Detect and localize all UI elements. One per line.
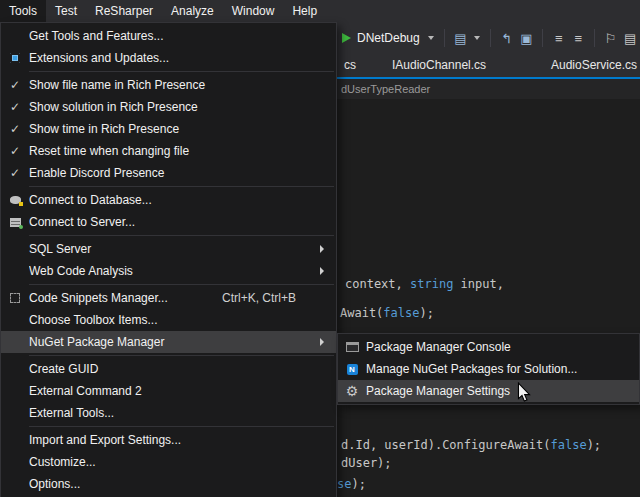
bookmark-icon[interactable]: ⚐: [603, 29, 619, 47]
menu-item-import-and-export-settings[interactable]: Import and Export Settings...: [1, 429, 336, 451]
menu-item-label: Options...: [29, 477, 330, 491]
menu-item-label: Reset time when changing file: [29, 144, 330, 158]
menu-item-manage-nuget-packages-for-solution[interactable]: Manage NuGet Packages for Solution...: [338, 358, 639, 380]
menubar-item-help[interactable]: Help: [283, 0, 326, 22]
checkmark-icon: ✓: [1, 78, 29, 92]
code-line: dUser);: [341, 456, 392, 470]
nuget-icon: [338, 364, 366, 375]
code-segment: input,: [453, 277, 504, 291]
menu-item-connect-to-database[interactable]: Connect to Database...: [1, 189, 336, 211]
menu-item-choose-toolbox-items[interactable]: Choose Toolbox Items...: [1, 309, 336, 331]
menu-item-package-manager-console[interactable]: Package Manager Console: [338, 336, 639, 358]
code-segment: );: [419, 306, 433, 320]
toolbar-separator: [594, 29, 595, 47]
list-icon[interactable]: ▤: [622, 29, 638, 47]
tab-audioservice-cs[interactable]: AudioService.cs: [548, 54, 640, 77]
menubar-item-window[interactable]: Window: [223, 0, 284, 22]
gear-icon: [346, 384, 359, 398]
menu-item-options[interactable]: Options...: [1, 473, 336, 495]
menu-item-label: Enable Discord Presence: [29, 166, 330, 180]
menu-item-label: Get Tools and Features...: [29, 29, 330, 43]
menu-item-show-file-name-in-rich-presence[interactable]: ✓Show file name in Rich Presence: [1, 74, 336, 96]
code-segment: );: [587, 438, 601, 452]
menu-item-get-tools-and-features[interactable]: Get Tools and Features...: [1, 25, 336, 47]
chevron-down-icon[interactable]: [428, 36, 434, 40]
menubar-item-test[interactable]: Test: [46, 0, 86, 22]
menubar: ToolsTestReSharperAnalyzeWindowHelp: [0, 0, 640, 22]
menu-item-web-code-analysis[interactable]: Web Code Analysis: [1, 260, 336, 282]
menu-item-nuget-package-manager[interactable]: NuGet Package Manager: [1, 331, 336, 353]
menu-separator: [29, 186, 334, 187]
indent-icon[interactable]: ≡: [551, 29, 567, 47]
checkmark-icon: ✓: [10, 78, 20, 92]
code-segment: false: [551, 438, 587, 452]
gear-icon: [338, 384, 366, 398]
menu-item-show-time-in-rich-presence[interactable]: ✓Show time in Rich Presence: [1, 118, 336, 140]
menu-item-sql-server[interactable]: SQL Server: [1, 238, 336, 260]
menu-item-label: Code Snippets Manager...: [29, 291, 222, 305]
code-line: Await(false);: [340, 306, 434, 320]
menu-item-label: Extensions and Updates...: [29, 51, 330, 65]
menu-item-label: Package Manager Console: [366, 340, 633, 354]
menu-item-create-guid[interactable]: Create GUID: [1, 358, 336, 380]
server-icon: [1, 218, 29, 227]
menu-item-label: Show time in Rich Presence: [29, 122, 330, 136]
checkmark-icon: ✓: [1, 166, 29, 180]
attach-icon[interactable]: ▤: [453, 29, 469, 47]
menu-item-label: Connect to Server...: [29, 215, 330, 229]
menu-item-reset-time-when-changing-file[interactable]: ✓Reset time when changing file: [1, 140, 336, 162]
chevron-down-icon[interactable]: [474, 36, 480, 40]
menu-item-label: Import and Export Settings...: [29, 433, 330, 447]
checkmark-icon: ✓: [1, 144, 29, 158]
debug-target-label[interactable]: DNetDebug: [357, 31, 420, 45]
menu-item-connect-to-server[interactable]: Connect to Server...: [1, 211, 336, 233]
checkmark-icon: ✓: [10, 166, 20, 180]
menu-item-external-tools[interactable]: External Tools...: [1, 402, 336, 424]
snippets-icon: [10, 293, 20, 303]
nuget-submenu: Package Manager ConsoleManage NuGet Pack…: [337, 333, 640, 405]
tab-cs[interactable]: cs: [341, 54, 359, 77]
checkmark-icon: ✓: [10, 100, 20, 114]
code-segment: dUser);: [341, 456, 392, 470]
code-line: se);: [337, 477, 366, 491]
code-segment: Await(: [340, 306, 383, 320]
menu-item-package-manager-settings[interactable]: Package Manager Settings: [338, 380, 639, 402]
menubar-item-analyze[interactable]: Analyze: [162, 0, 223, 22]
menu-item-show-solution-in-rich-presence[interactable]: ✓Show solution in Rich Presence: [1, 96, 336, 118]
menu-item-code-snippets-manager[interactable]: Code Snippets Manager...Ctrl+K, Ctrl+B: [1, 287, 336, 309]
play-icon[interactable]: [342, 33, 351, 43]
console-icon: [338, 342, 366, 352]
menu-item-label: External Command 2: [29, 384, 330, 398]
server-icon: [10, 218, 21, 227]
menubar-item-tools[interactable]: Tools: [0, 0, 46, 22]
menu-separator: [29, 284, 334, 285]
navigate-back-icon[interactable]: ↰: [499, 29, 515, 47]
menu-separator: [29, 426, 334, 427]
menu-item-enable-discord-presence[interactable]: ✓Enable Discord Presence: [1, 162, 336, 184]
tab-iaudiochannel-cs[interactable]: IAudioChannel.cs: [389, 54, 489, 77]
menu-item-label: Create GUID: [29, 362, 330, 376]
submenu-arrow-icon: [320, 338, 324, 346]
menu-item-shortcut: Ctrl+K, Ctrl+B: [222, 291, 296, 305]
outdent-icon[interactable]: ≡: [570, 29, 586, 47]
menu-item-label: Web Code Analysis: [29, 264, 320, 278]
console-icon: [346, 342, 359, 352]
submenu-arrow-icon: [320, 245, 324, 253]
menubar-item-resharper[interactable]: ReSharper: [86, 0, 162, 22]
menu-item-extensions-and-updates[interactable]: Extensions and Updates...: [1, 47, 336, 69]
menu-separator: [29, 235, 334, 236]
menu-item-external-command-2[interactable]: External Command 2: [1, 380, 336, 402]
code-segment: se: [337, 477, 351, 491]
new-window-icon[interactable]: ▣: [519, 29, 535, 47]
extensions-icon: [1, 53, 29, 63]
checkmark-icon: ✓: [1, 100, 29, 114]
menu-item-customize[interactable]: Customize...: [1, 451, 336, 473]
code-segment: context,: [345, 277, 410, 291]
code-segment: string: [410, 277, 453, 291]
checkmark-icon: ✓: [10, 144, 20, 158]
checkmark-icon: ✓: [10, 122, 20, 136]
menu-item-label: Manage NuGet Packages for Solution...: [366, 362, 633, 376]
toolbar-separator: [490, 29, 491, 47]
menu-item-label: Connect to Database...: [29, 193, 330, 207]
database-icon: [10, 196, 21, 204]
